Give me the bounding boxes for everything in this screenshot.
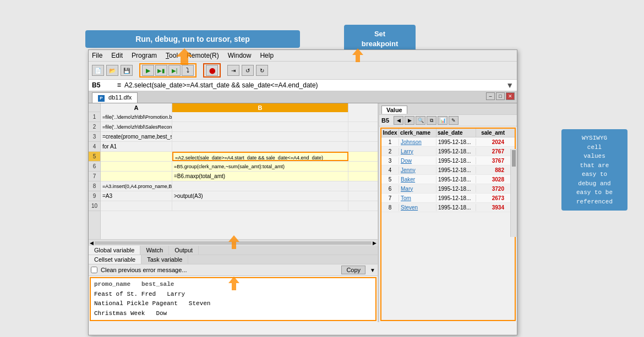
h-scrollbar[interactable]: ◀ ▶ (89, 239, 378, 246)
cell-4b (172, 142, 348, 151)
list-item: 6 Mary 1995-12-18... 3720 (381, 184, 515, 194)
cell-10b (172, 201, 348, 211)
cell-reference: B5 (92, 81, 114, 89)
list-item: 8 Steven 1995-12-18... 3934 (381, 203, 515, 212)
value-btn-chart[interactable]: 📊 (438, 116, 447, 125)
row-header-1: 1 (89, 112, 100, 122)
tab-watch[interactable]: Watch (140, 246, 169, 255)
tab-task[interactable]: Task variable (141, 255, 188, 264)
col-header-date: sale_date (436, 129, 476, 137)
val-name-3[interactable]: Dow (399, 157, 436, 164)
menu-edit[interactable]: Edit (110, 51, 124, 60)
value-btn-copy[interactable]: ⧉ (427, 116, 436, 125)
row-header-8: 8 (89, 181, 100, 191)
toolbar-run[interactable]: ▶ (142, 65, 154, 76)
formula-equals: = (117, 81, 121, 89)
tab-label: db11.dfx (108, 94, 132, 101)
table-row: =A3 >output(A3) (101, 191, 378, 201)
val-name-1[interactable]: Johnson (399, 139, 436, 146)
val-name-2[interactable]: Larry (399, 148, 436, 155)
toolbar-breakpoint[interactable]: ⬤ (206, 65, 218, 76)
win-close[interactable]: ✕ (506, 92, 515, 100)
sheet-body: 1 2 3 4 5 6 7 8 9 10 =file('..\demo\zh\t… (89, 112, 378, 239)
table-row: =A3.insert(0,A4.promo_name,B7.clerk_name… (101, 181, 378, 191)
value-scrollbar[interactable] (510, 149, 517, 237)
cell-9a: =A3 (101, 191, 172, 201)
toolbar-btn-extra3[interactable]: ↻ (256, 65, 268, 76)
toolbar: 📄 📂 💾 ▶ ▶▮ ▶| ⤵ ⬤ ⇥ ↺ ↻ (89, 62, 517, 80)
toolbar-save[interactable]: 💾 (121, 65, 133, 76)
formula-scroll-down[interactable]: ▼ (506, 81, 514, 90)
row-header-2: 2 (89, 122, 100, 132)
toolbar-run-debug[interactable]: ▶▮ (155, 65, 167, 76)
tab-cellset[interactable]: Cellset variable (89, 255, 141, 264)
val-amt-8: 3934 (476, 204, 506, 211)
toolbar-run-cursor[interactable]: ▶| (168, 65, 181, 76)
spreadsheet-panel: A B 1 2 3 4 5 6 7 8 9 10 (89, 103, 379, 322)
tab-global-variable[interactable]: Global variable (89, 246, 140, 255)
callout-run-debug: Run, debug, run to cursor, step (85, 30, 300, 48)
toolbar-btn-extra1[interactable]: ⇥ (227, 65, 239, 76)
val-amt-5: 3028 (476, 176, 506, 183)
cell-5b: =A2.select(sale_date>=A4.start_date && s… (172, 152, 348, 161)
val-idx-8: 8 (381, 204, 399, 211)
tab-output[interactable]: Output (169, 246, 199, 255)
table-row: =file('..\demo\zh\tbl\Promotion.btf').im… (101, 112, 378, 122)
col-header-clerk: clerk_name (399, 129, 436, 137)
formula-text: A2.select(sale_date>=A4.start_date && sa… (124, 81, 503, 89)
menu-program[interactable]: Program (130, 51, 158, 60)
value-btn-forward[interactable]: ▶ (405, 116, 414, 125)
output-col1-header: promo_name (94, 280, 130, 290)
toolbar-btn-extra2[interactable]: ↺ (242, 65, 254, 76)
val-date-3: 1995-12-18... (436, 157, 476, 164)
output-row-3: Christmas Week Dow (94, 309, 372, 319)
value-panel: Value B5 ◀ ▶ 🔍 ⧉ 📊 ✎ Index clerk_name sa… (379, 103, 517, 322)
column-headers: A B (89, 103, 378, 112)
cell-7b: =B6.maxp(total_amt) (172, 172, 348, 181)
output-row2-col1: National Pickle Pageant (94, 299, 178, 309)
menu-file[interactable]: File (91, 51, 103, 60)
output-col2-header: best_sale (141, 280, 174, 290)
menu-help[interactable]: Help (259, 51, 275, 60)
row-header-4: 4 (89, 142, 100, 152)
win-minimize[interactable]: – (486, 92, 495, 100)
value-btn-edit[interactable]: ✎ (449, 116, 459, 125)
toolbar-new[interactable]: 📄 (92, 65, 104, 76)
val-name-8[interactable]: Steven (399, 204, 436, 211)
value-btn-filter[interactable]: 🔍 (416, 116, 425, 125)
toolbar-step[interactable]: ⤵ (182, 65, 194, 76)
copy-button[interactable]: Copy (341, 266, 365, 274)
val-name-7[interactable]: Tom (399, 195, 436, 202)
list-item: 7 Tom 1995-12-18... 2673 (381, 194, 515, 203)
win-restore[interactable]: □ (496, 92, 505, 100)
table-row: =B5.group(clerk_name,~sum(sale_amt):tota… (101, 162, 378, 172)
cell-3b (172, 132, 348, 141)
clean-previous-checkbox[interactable] (91, 267, 97, 273)
val-name-5[interactable]: Baker (399, 176, 436, 183)
value-btn-back[interactable]: ◀ (394, 116, 403, 125)
output-row3-col1: Christmas Week (94, 309, 145, 319)
val-name-6[interactable]: Mary (399, 185, 436, 192)
sheet-tab[interactable]: P db11.dfx (92, 92, 138, 103)
output-toolbar: Clean previous error message... Copy ▼ (89, 264, 378, 276)
col-header-b: B (172, 103, 348, 112)
sheet-cells: =file('..\demo\zh\tbl\Promotion.btf').im… (101, 112, 378, 239)
output-scroll[interactable]: ▼ (370, 267, 375, 273)
row-header-6: 6 (89, 162, 100, 172)
val-name-4[interactable]: Jenny (399, 167, 436, 174)
output-row2-col2: Steven (189, 299, 211, 309)
table-row: =A2.select(sale_date>=A4.start_date && s… (101, 152, 378, 162)
col-header-index: Index (381, 129, 399, 137)
row-header-9: 9 (89, 191, 100, 201)
menu-tool[interactable]: Tool (165, 51, 179, 60)
menu-remote[interactable]: Remote(R) (185, 51, 220, 60)
val-idx-6: 6 (381, 185, 399, 192)
value-tab[interactable]: Value (381, 106, 407, 114)
toolbar-open[interactable]: 📂 (106, 65, 118, 76)
col-header-a: A (101, 103, 172, 112)
cell-3a: =create(promo_name,best_sale) (101, 132, 172, 141)
value-table-header: Index clerk_name sale_date sale_amt (381, 129, 515, 137)
menu-window[interactable]: Window (227, 51, 253, 60)
val-idx-2: 2 (381, 148, 399, 155)
list-item: 4 Jenny 1995-12-18... 882 (381, 165, 515, 175)
